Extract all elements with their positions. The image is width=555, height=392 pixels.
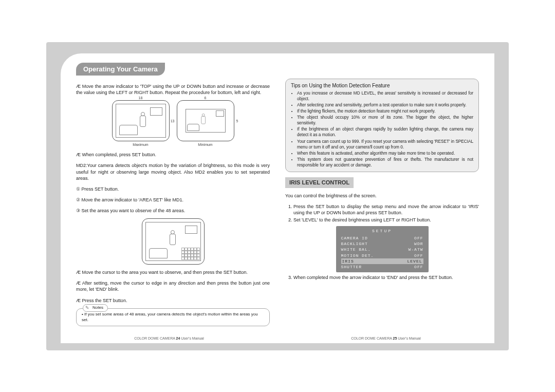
tip-item: As you increase or decrease MD LEVEL, th… <box>297 90 473 102</box>
left-bullet-2: ② Move the arrow indicator to 'AREA SET'… <box>76 197 270 203</box>
page-footer: COLOR DOME CAMERA 24 User's Manual COLOR… <box>61 337 494 340</box>
tip-item: The object should occupy 10% or more of … <box>297 115 473 126</box>
figure-min-label: Minimum <box>177 142 234 147</box>
setup-row: MOTION DET.OFF <box>341 253 423 258</box>
iris-step: Set 'LEVEL' to the desired brightness us… <box>293 217 479 223</box>
left-para-4: Æ Move the cursor to the area you want t… <box>76 269 270 275</box>
tips-box: Tips on Using the Motion Detection Featu… <box>285 79 479 172</box>
fig-min-top-num: 6 <box>205 96 207 100</box>
fig-max-top-num: 18 <box>139 96 143 100</box>
figure-minimum <box>177 100 234 141</box>
tips-title: Tips on Using the Motion Detection Featu… <box>291 82 473 89</box>
right-column: Tips on Using the Motion Detection Featu… <box>285 79 479 327</box>
left-para-1: Æ Move the arrow indicator to 'TOP' usin… <box>76 83 270 96</box>
tip-item: This system does not guarantee preventio… <box>297 157 473 168</box>
tip-item: If the lighting flickers, the motion det… <box>297 108 473 114</box>
footer-left: COLOR DOME CAMERA 24 User's Manual <box>134 337 204 340</box>
tip-item: When this feature is activated, another … <box>297 151 473 156</box>
fig-max-right-num: 13 <box>171 119 175 123</box>
footer-right: COLOR DOME CAMERA 25 User's Manual <box>351 337 421 340</box>
figure-row: 18 13 Maximum 6 5 <box>76 100 270 147</box>
setup-row: CAMERA IDOFF <box>341 235 423 241</box>
figure-maximum <box>112 100 170 141</box>
setup-row-highlighted: IRISLEVEL <box>341 258 423 264</box>
tip-item: Your camera can count up to 999. If you … <box>297 139 473 150</box>
left-column: Æ Move the arrow indicator to 'TOP' usin… <box>76 79 270 327</box>
figure-48-areas <box>142 218 205 265</box>
section-title-tab: Operating Your Camera <box>76 63 165 76</box>
setup-row: WHITE BAL.W-ATW <box>341 247 423 252</box>
tip-item: If the brightness of an object changes r… <box>297 126 473 138</box>
setup-row: BACKLIGHTWDR <box>341 241 423 247</box>
iris-steps-cont: When completed move the arrow indicator … <box>285 274 479 281</box>
iris-intro: You can control the brightness of the sc… <box>285 193 479 199</box>
left-bullet-3: ③ Set the areas you want to observe of t… <box>76 208 270 214</box>
left-para-5: Æ After setting, move the cursor to edge… <box>76 280 270 292</box>
figure-max-label: Maximum <box>112 142 170 147</box>
setup-menu: SETUP CAMERA IDOFF BACKLIGHTWDR WHITE BA… <box>336 226 429 272</box>
left-para-3: MD2:Your camera detects object's motion … <box>76 162 270 181</box>
notes-box: Notes • If you set some areas of 48 area… <box>76 308 270 327</box>
fig-min-right-num: 5 <box>236 119 238 123</box>
tip-item: After selecting zone and sensitivity, pe… <box>297 102 473 108</box>
left-para-6: Æ Press the SET button. <box>76 297 270 304</box>
tips-list: As you increase or decrease MD LEVEL, th… <box>291 90 473 168</box>
notes-tag: Notes <box>83 304 108 312</box>
iris-heading: IRIS LEVEL CONTROL <box>285 177 354 188</box>
setup-row: SHUTTEROFF <box>341 264 423 270</box>
iris-step: Press the SET button to display the setu… <box>293 203 479 216</box>
left-para-2: Æ When completed, press SET button. <box>76 152 270 158</box>
notes-text: • If you set some areas of 48 areas, you… <box>82 312 258 322</box>
left-bullet-1: ① Press SET button. <box>76 186 270 192</box>
iris-step: When completed move the arrow indicator … <box>293 274 479 281</box>
setup-title: SETUP <box>341 229 423 234</box>
iris-steps: Press the SET button to display the setu… <box>285 203 479 223</box>
